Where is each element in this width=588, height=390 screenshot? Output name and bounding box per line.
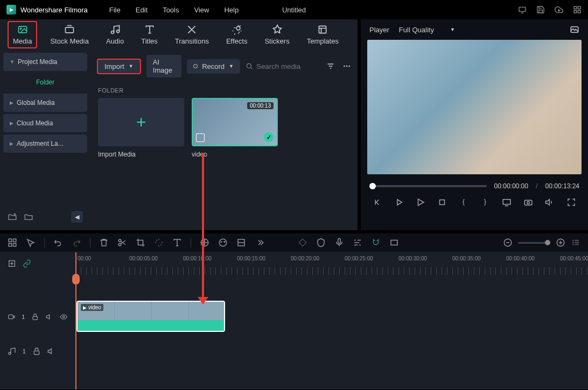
tab-transitions[interactable]: Transitions xyxy=(171,22,213,47)
keyframe-icon[interactable] xyxy=(298,238,307,247)
svg-point-15 xyxy=(348,66,350,67)
menu-help[interactable]: Help xyxy=(224,6,239,14)
save-icon[interactable] xyxy=(536,5,545,14)
display-icon[interactable] xyxy=(502,197,512,207)
svg-point-12 xyxy=(247,63,251,68)
snapshot-icon[interactable] xyxy=(570,25,579,34)
tab-effects[interactable]: Effects xyxy=(222,22,252,47)
apps-icon[interactable] xyxy=(573,5,582,14)
menu-file[interactable]: File xyxy=(109,6,121,14)
svg-rect-23 xyxy=(9,244,11,246)
grid-icon[interactable] xyxy=(8,238,17,247)
marker-icon[interactable] xyxy=(316,238,326,247)
link-icon[interactable] xyxy=(23,259,31,268)
more-icon[interactable] xyxy=(342,62,351,70)
magnet-icon[interactable] xyxy=(371,238,381,247)
lock-icon[interactable] xyxy=(32,347,41,356)
tab-stickers[interactable]: Stickers xyxy=(260,22,293,47)
volume-icon[interactable] xyxy=(545,197,555,207)
sidebar-folder[interactable]: Folder xyxy=(3,73,87,91)
camera-icon[interactable] xyxy=(523,197,533,207)
svg-point-10 xyxy=(236,26,240,30)
import-tile[interactable]: + Import Media xyxy=(98,98,184,158)
search-input[interactable] xyxy=(256,62,321,70)
timeline-ruler[interactable]: 00:00 00:00:05:00 00:00:10:00 00:00:15:0… xyxy=(75,252,588,275)
mark-in-icon[interactable]: { xyxy=(459,197,468,207)
video-duration: 00:00:13 xyxy=(247,102,274,109)
more-tools-icon[interactable] xyxy=(255,238,264,247)
timeline-clip[interactable]: ▶ video xyxy=(76,301,225,332)
video-tile[interactable]: 00:00:13 ✓ video xyxy=(192,98,278,158)
mute-icon[interactable] xyxy=(46,313,54,321)
stock-icon xyxy=(64,24,75,35)
svg-rect-38 xyxy=(572,244,574,245)
adjust-icon[interactable] xyxy=(236,238,246,247)
palette-icon[interactable] xyxy=(218,238,228,247)
stop-icon[interactable] xyxy=(437,197,447,207)
svg-rect-39 xyxy=(575,240,579,241)
add-to-timeline-icon[interactable] xyxy=(196,133,205,142)
sidebar-global-media[interactable]: ▶ Global Media xyxy=(3,94,87,112)
cloud-icon[interactable] xyxy=(555,5,563,14)
ruler-mark: 00:00:45:00 xyxy=(560,256,588,261)
sidebar-project-media[interactable]: ▼ Project Media xyxy=(3,53,87,71)
mic-icon[interactable] xyxy=(334,238,344,247)
svg-rect-2 xyxy=(578,6,580,9)
new-folder-icon[interactable] xyxy=(8,212,17,222)
redo-icon[interactable] xyxy=(72,238,81,247)
collapse-sidebar-button[interactable]: ◀ xyxy=(71,211,83,223)
color-wheel-icon[interactable] xyxy=(200,238,209,247)
tab-stock[interactable]: Stock Media xyxy=(46,22,93,47)
eye-icon[interactable] xyxy=(60,313,68,321)
svg-point-30 xyxy=(224,242,225,243)
playhead[interactable] xyxy=(75,252,76,389)
folder-icon[interactable] xyxy=(24,212,33,222)
preview-canvas[interactable] xyxy=(367,40,582,174)
svg-rect-41 xyxy=(575,244,579,245)
text-icon[interactable] xyxy=(172,238,182,247)
ai-image-button[interactable]: AI Image xyxy=(146,55,181,77)
quality-dropdown[interactable]: Full Quality ▼ xyxy=(399,26,455,34)
tab-templates[interactable]: Templates xyxy=(303,22,343,47)
zoom-slider[interactable] xyxy=(518,242,550,244)
svg-rect-33 xyxy=(391,240,397,245)
tab-audio[interactable]: Audio xyxy=(102,22,128,47)
undo-icon[interactable] xyxy=(53,238,63,247)
tab-titles[interactable]: Titles xyxy=(137,22,162,47)
list-icon[interactable] xyxy=(571,238,580,247)
menu-tools[interactable]: Tools xyxy=(163,6,179,14)
menu-view[interactable]: View xyxy=(194,6,209,14)
ai-label: AI Image xyxy=(153,58,172,74)
mute-icon[interactable] xyxy=(47,347,56,356)
mark-out-icon[interactable]: } xyxy=(480,197,490,207)
play-icon[interactable] xyxy=(416,197,425,207)
screen-icon[interactable] xyxy=(518,5,527,14)
chevron-down-icon: ▼ xyxy=(450,27,455,32)
cursor-icon[interactable] xyxy=(26,238,36,247)
speed-icon[interactable] xyxy=(154,238,164,247)
sidebar-adjustment[interactable]: ▶ Adjustment La... xyxy=(3,134,87,153)
record-button[interactable]: Record ▼ xyxy=(187,59,240,74)
delete-icon[interactable] xyxy=(99,238,109,247)
add-track-icon[interactable] xyxy=(8,259,16,268)
filter-icon[interactable] xyxy=(326,62,335,70)
play-back-icon[interactable] xyxy=(394,197,404,207)
frame-icon[interactable] xyxy=(389,238,399,247)
tab-media[interactable]: Media xyxy=(8,21,37,48)
sidebar-cloud-media[interactable]: ▶ Cloud Media xyxy=(3,114,87,132)
fullscreen-icon[interactable] xyxy=(566,197,576,207)
prev-frame-icon[interactable] xyxy=(373,197,382,207)
sidebar-project-label: Project Media xyxy=(18,58,57,66)
lock-icon[interactable] xyxy=(31,313,39,321)
menu-edit[interactable]: Edit xyxy=(136,6,148,14)
time-total: 00:00:13:24 xyxy=(545,182,579,190)
split-icon[interactable] xyxy=(117,238,127,247)
zoom-out-icon[interactable] xyxy=(503,238,513,247)
mixer-icon[interactable] xyxy=(353,238,362,247)
scrub-bar[interactable] xyxy=(369,185,487,187)
import-button[interactable]: Import ▼ xyxy=(97,59,141,74)
crop-icon[interactable] xyxy=(136,238,145,247)
scrub-thumb[interactable] xyxy=(369,183,376,189)
svg-rect-7 xyxy=(66,27,74,32)
zoom-in-icon[interactable] xyxy=(556,238,565,247)
